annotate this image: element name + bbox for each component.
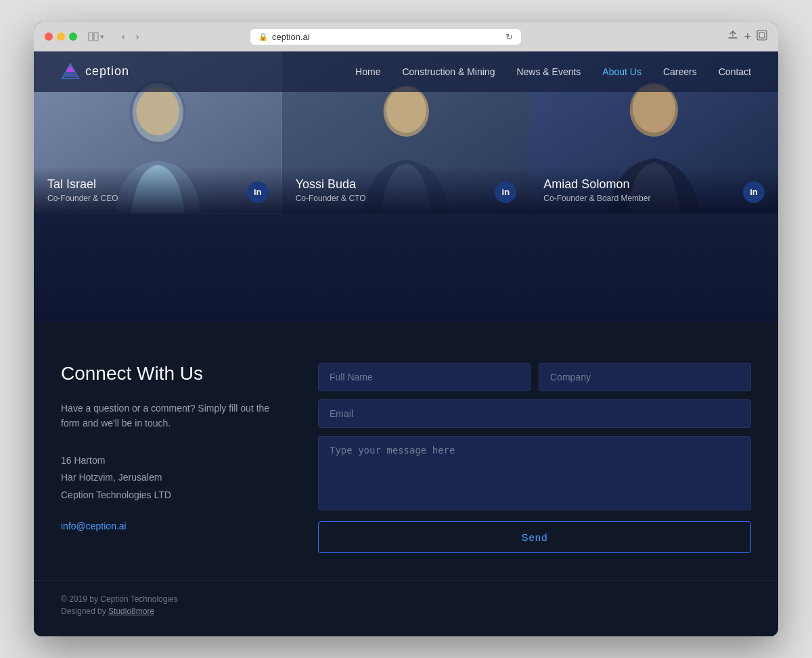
contact-email[interactable]: info@ception.ai bbox=[61, 521, 127, 531]
nav-link-home[interactable]: Home bbox=[355, 66, 380, 77]
nav-item-careers[interactable]: Careers bbox=[663, 66, 697, 78]
team-member-overlay-amiad: Amiad Solomon Co-Founder & Board Member … bbox=[530, 167, 778, 214]
contact-right: Send bbox=[318, 363, 751, 553]
company-field bbox=[539, 363, 751, 391]
team-name-tal: Tal Israel bbox=[47, 177, 118, 192]
browser-window: ▾ ‹ › 🔒 ception.ai ↻ + bbox=[34, 22, 778, 636]
nav-link-careers[interactable]: Careers bbox=[663, 66, 697, 77]
tabs-icon[interactable] bbox=[757, 30, 767, 44]
sidebar-toggle[interactable]: ▾ bbox=[88, 31, 104, 42]
nav-item-news[interactable]: News & Events bbox=[516, 66, 581, 78]
contact-section: Connect With Us Have a question or a com… bbox=[34, 322, 778, 580]
website-content: ception Home Construction & Mining News … bbox=[34, 51, 778, 636]
nav-item-about[interactable]: About Us bbox=[602, 66, 641, 78]
footer-copyright: © 2019 by Ception Technologies bbox=[61, 594, 751, 604]
linkedin-btn-yossi[interactable]: in bbox=[495, 181, 516, 203]
browser-chrome: ▾ ‹ › 🔒 ception.ai ↻ + bbox=[34, 22, 778, 51]
address-line2: Har Hotzvim, Jerusalem bbox=[61, 469, 277, 486]
browser-nav: ‹ › bbox=[118, 30, 143, 43]
svg-rect-1 bbox=[94, 32, 98, 41]
new-tab-icon[interactable]: + bbox=[744, 30, 751, 44]
forward-button[interactable]: › bbox=[132, 30, 143, 43]
dark-section bbox=[34, 214, 778, 322]
traffic-lights bbox=[45, 32, 77, 41]
full-name-field bbox=[318, 363, 531, 391]
contact-description: Have a question or a comment? Simply fil… bbox=[61, 401, 277, 431]
team-member-overlay-tal: Tal Israel Co-Founder & CEO in bbox=[34, 167, 282, 214]
footer-designed: Designed by Studio8more bbox=[61, 607, 751, 616]
message-textarea[interactable] bbox=[318, 436, 751, 510]
url-text: ception.ai bbox=[272, 32, 310, 42]
email-field bbox=[318, 399, 751, 428]
nav-links: Home Construction & Mining News & Events… bbox=[355, 66, 751, 78]
logo[interactable]: ception bbox=[61, 62, 129, 81]
lock-icon: 🔒 bbox=[258, 32, 268, 41]
team-title-amiad: Co-Founder & Board Member bbox=[543, 194, 650, 203]
address-bar[interactable]: 🔒 ception.ai ↻ bbox=[250, 29, 521, 45]
team-info-amiad: Amiad Solomon Co-Founder & Board Member bbox=[543, 177, 650, 203]
close-button[interactable] bbox=[45, 32, 53, 41]
nav-item-contact[interactable]: Contact bbox=[719, 66, 751, 78]
linkedin-btn-amiad[interactable]: in bbox=[743, 181, 765, 203]
form-name-company-row bbox=[318, 363, 751, 391]
logo-text: ception bbox=[85, 64, 129, 79]
designed-by-label: Designed by bbox=[61, 607, 108, 616]
send-button[interactable]: Send bbox=[318, 521, 751, 553]
nav-item-construction[interactable]: Construction & Mining bbox=[402, 66, 495, 78]
form-email-row bbox=[318, 399, 751, 428]
nav-link-news[interactable]: News & Events bbox=[516, 66, 581, 77]
browser-actions: + bbox=[727, 30, 767, 44]
share-icon[interactable] bbox=[727, 30, 738, 44]
email-input[interactable] bbox=[318, 399, 751, 428]
svg-point-13 bbox=[386, 87, 426, 132]
svg-point-10 bbox=[137, 87, 179, 135]
svg-rect-2 bbox=[757, 30, 767, 40]
team-title-tal: Co-Founder & CEO bbox=[47, 194, 118, 203]
minimize-button[interactable] bbox=[57, 32, 65, 41]
svg-rect-0 bbox=[89, 32, 93, 41]
nav-link-contact[interactable]: Contact bbox=[719, 66, 751, 77]
linkedin-btn-tal[interactable]: in bbox=[247, 181, 269, 203]
designer-link[interactable]: Studio8more bbox=[108, 607, 154, 616]
team-member-overlay-yossi: Yossi Buda Co-Founder & CTO in bbox=[282, 167, 531, 214]
team-name-yossi: Yossi Buda bbox=[296, 177, 366, 192]
contact-title: Connect With Us bbox=[61, 363, 277, 385]
address-line1: 16 Hartom bbox=[61, 452, 277, 469]
refresh-icon[interactable]: ↻ bbox=[505, 32, 513, 42]
address-line3: Ception Technologies LTD bbox=[61, 487, 277, 504]
main-nav: ception Home Construction & Mining News … bbox=[34, 51, 778, 92]
full-name-input[interactable] bbox=[318, 363, 531, 391]
nav-link-about[interactable]: About Us bbox=[602, 66, 641, 77]
team-name-amiad: Amiad Solomon bbox=[543, 177, 650, 192]
contact-left: Connect With Us Have a question or a com… bbox=[61, 363, 277, 553]
company-input[interactable] bbox=[539, 363, 751, 391]
nav-item-home[interactable]: Home bbox=[355, 66, 380, 78]
footer: © 2019 by Ception Technologies Designed … bbox=[34, 580, 778, 636]
team-title-yossi: Co-Founder & CTO bbox=[296, 194, 366, 203]
team-info-yossi: Yossi Buda Co-Founder & CTO bbox=[296, 177, 366, 203]
team-info-tal: Tal Israel Co-Founder & CEO bbox=[47, 177, 118, 203]
nav-link-construction[interactable]: Construction & Mining bbox=[402, 66, 495, 77]
back-button[interactable]: ‹ bbox=[118, 30, 129, 43]
maximize-button[interactable] bbox=[69, 32, 77, 41]
svg-rect-3 bbox=[759, 32, 765, 38]
contact-address: 16 Hartom Har Hotzvim, Jerusalem Ception… bbox=[61, 452, 277, 504]
